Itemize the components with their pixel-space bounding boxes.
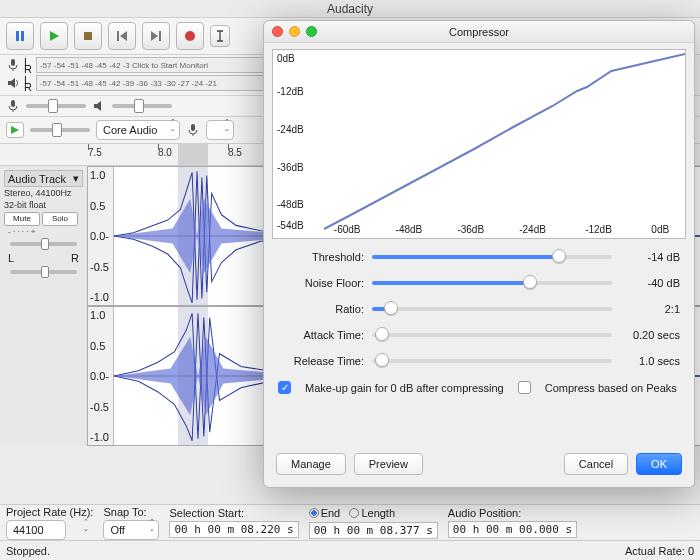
recording-meter[interactable]: -57 -54 -51 -48 -45 -42 -3 Click to Star… xyxy=(36,57,266,73)
mic-icon xyxy=(6,58,20,72)
svg-rect-3 xyxy=(84,32,92,40)
compress-peaks-checkbox[interactable] xyxy=(518,381,531,394)
x-tick: -48dB xyxy=(396,224,423,235)
release-time-slider[interactable] xyxy=(372,359,612,363)
skip-end-button[interactable] xyxy=(142,22,170,50)
manage-button[interactable]: Manage xyxy=(276,453,346,475)
selection-start-time[interactable]: 00 h 00 m 08.220 s xyxy=(169,521,298,538)
y-tick: -36dB xyxy=(277,161,304,172)
amplitude-scale: 1.00.50.0--0.5-1.0 xyxy=(88,167,114,305)
minimize-icon[interactable] xyxy=(289,26,300,37)
x-tick: -60dB xyxy=(334,224,361,235)
speaker-icon xyxy=(6,76,20,90)
track-header[interactable]: Audio Track▾ Stereo, 44100Hz 32-bit floa… xyxy=(0,166,88,446)
svg-rect-6 xyxy=(159,31,161,41)
solo-button[interactable]: Solo xyxy=(42,212,78,226)
play-at-speed-button[interactable] xyxy=(6,122,24,138)
track-format-info: Stereo, 44100Hz xyxy=(4,187,83,199)
length-radio[interactable]: Length xyxy=(349,507,395,519)
x-tick: -12dB xyxy=(585,224,612,235)
audio-host-select[interactable]: Core Audio xyxy=(96,120,180,140)
chevron-down-icon: ▾ xyxy=(73,172,79,185)
gain-slider[interactable] xyxy=(10,242,77,246)
record-button[interactable] xyxy=(176,22,204,50)
playback-volume-slider[interactable] xyxy=(112,104,172,108)
selection-toolbar: Project Rate (Hz): 44100 Snap To: Off Se… xyxy=(0,504,700,540)
attack-time-slider[interactable] xyxy=(372,333,612,337)
y-tick: -12dB xyxy=(277,86,304,97)
status-bar: Stopped. Actual Rate: 0 xyxy=(0,540,700,560)
svg-rect-1 xyxy=(21,31,24,41)
y-tick: -48dB xyxy=(277,199,304,210)
svg-marker-2 xyxy=(50,31,59,41)
end-radio[interactable]: End xyxy=(309,507,341,519)
selection-end-time[interactable]: 00 h 00 m 08.377 s xyxy=(309,522,438,539)
compressor-params: Threshold: -14 dB Noise Floor: -40 dB Ra… xyxy=(264,247,694,371)
threshold-label: Threshold: xyxy=(278,251,364,263)
svg-marker-12 xyxy=(94,101,101,111)
rec-channel-labels: LR xyxy=(24,59,32,72)
threshold-value: -14 dB xyxy=(620,251,680,263)
ratio-slider[interactable] xyxy=(372,307,612,311)
zoom-icon[interactable] xyxy=(306,26,317,37)
cancel-button[interactable]: Cancel xyxy=(564,453,628,475)
pan-right-label: R xyxy=(71,252,79,264)
skip-start-button[interactable] xyxy=(108,22,136,50)
recording-device-select[interactable]: B xyxy=(206,120,234,140)
svg-rect-11 xyxy=(11,100,15,107)
ok-button[interactable]: OK xyxy=(636,453,682,475)
y-tick: -54dB xyxy=(277,219,304,230)
x-tick: 0dB xyxy=(651,224,669,235)
tool-ibeam[interactable] xyxy=(210,25,230,47)
y-tick: 0dB xyxy=(277,52,295,63)
compressor-curve xyxy=(273,50,685,238)
playback-meter[interactable]: -57 -54 -51 -48 -45 -42 -39 -36 -33 -30 … xyxy=(36,75,266,91)
close-icon[interactable] xyxy=(272,26,283,37)
threshold-slider[interactable] xyxy=(372,255,612,259)
audio-position-label: Audio Position: xyxy=(448,507,577,519)
compress-peaks-label: Compress based on Peaks xyxy=(545,382,677,394)
svg-rect-14 xyxy=(191,124,195,131)
play-speed-slider[interactable] xyxy=(30,128,90,132)
project-rate-label: Project Rate (Hz): xyxy=(6,506,93,518)
svg-marker-13 xyxy=(11,126,19,134)
ruler-tick: 8.0 xyxy=(158,144,228,165)
mic-icon xyxy=(6,99,20,113)
recording-volume-slider[interactable] xyxy=(26,104,86,108)
pan-slider[interactable] xyxy=(10,270,77,274)
svg-marker-10 xyxy=(8,78,15,88)
transport-state: Stopped. xyxy=(6,545,50,557)
end-radio-label: End xyxy=(321,507,341,519)
svg-rect-0 xyxy=(16,31,19,41)
release-time-label: Release Time: xyxy=(278,355,364,367)
makeup-gain-checkbox[interactable]: ✓ xyxy=(278,381,291,394)
ratio-label: Ratio: xyxy=(278,303,364,315)
actual-rate: Actual Rate: 0 xyxy=(625,545,694,557)
preview-button[interactable]: Preview xyxy=(354,453,423,475)
svg-marker-7 xyxy=(151,31,158,41)
ratio-value: 2:1 xyxy=(620,303,680,315)
svg-rect-4 xyxy=(117,31,119,41)
project-rate-select[interactable]: 44100 xyxy=(6,520,66,540)
x-tick: -36dB xyxy=(457,224,484,235)
mic-icon xyxy=(186,123,200,137)
play-button[interactable] xyxy=(40,22,68,50)
snap-to-select[interactable]: Off xyxy=(103,520,159,540)
noise-floor-value: -40 dB xyxy=(620,277,680,289)
attack-time-value: 0.20 secs xyxy=(620,329,680,341)
stop-button[interactable] xyxy=(74,22,102,50)
main-window-title: Audacity xyxy=(0,0,700,18)
pause-button[interactable] xyxy=(6,22,34,50)
svg-point-8 xyxy=(185,31,195,41)
audio-position-time[interactable]: 00 h 00 m 00.000 s xyxy=(448,521,577,538)
mute-button[interactable]: Mute xyxy=(4,212,40,226)
noise-floor-slider[interactable] xyxy=(372,281,612,285)
compressor-graph: 0dB -12dB -24dB -36dB -48dB -54dB -60dB … xyxy=(272,49,686,239)
track-menu[interactable]: Audio Track▾ xyxy=(4,170,83,187)
release-time-value: 1.0 secs xyxy=(620,355,680,367)
speaker-icon xyxy=(92,99,106,113)
play-channel-labels: LR xyxy=(24,77,32,90)
dialog-titlebar[interactable]: Compressor xyxy=(264,21,694,43)
attack-time-label: Attack Time: xyxy=(278,329,364,341)
length-radio-label: Length xyxy=(361,507,395,519)
